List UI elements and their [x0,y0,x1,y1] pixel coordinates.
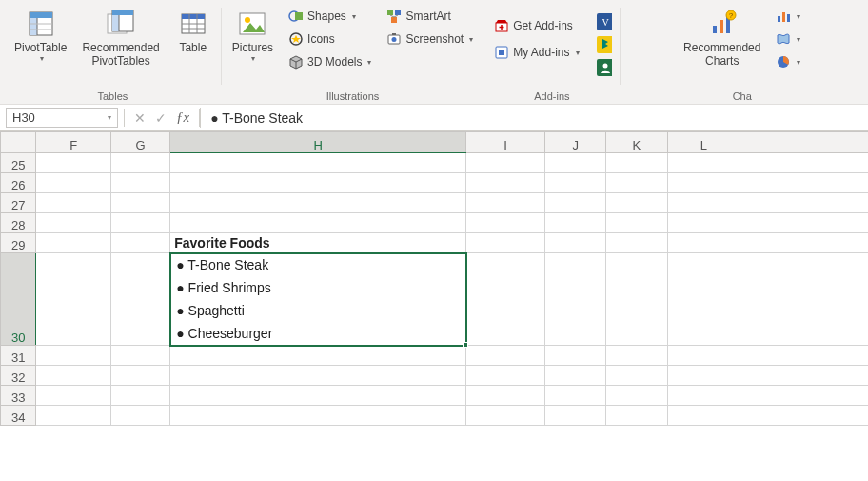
col-header[interactable] [740,132,868,153]
cell[interactable] [740,153,868,173]
table-button[interactable]: Table [170,6,216,57]
col-header[interactable]: K [606,132,667,153]
cell[interactable] [466,386,545,406]
enter-icon[interactable]: ✓ [155,110,167,126]
cell[interactable] [606,253,667,346]
col-header[interactable]: L [667,132,740,153]
cell[interactable] [740,233,868,253]
cell[interactable] [111,346,170,366]
formula-input[interactable]: ● T-Bone Steak [200,108,868,128]
cell[interactable] [466,366,545,386]
chart-type-column-button[interactable]: ▾ [771,6,805,27]
cell[interactable] [466,346,545,366]
cancel-icon[interactable]: ✕ [134,110,146,126]
cell[interactable] [466,193,545,213]
cell[interactable] [667,173,740,193]
get-addins-button[interactable]: Get Add-ins [489,15,583,36]
cell[interactable] [667,153,740,173]
cell[interactable] [466,213,545,233]
cell[interactable] [667,346,740,366]
addin-tile-1[interactable]: V [594,11,615,32]
row-header[interactable]: 32 [1,366,36,386]
cell[interactable] [36,153,111,173]
cell[interactable]: ● T-Bone Steak● Fried Shrimps● Spaghetti… [170,253,466,346]
cell[interactable] [545,406,606,426]
cell[interactable] [606,193,667,213]
cell[interactable] [667,386,740,406]
cell[interactable] [111,153,170,173]
cell[interactable] [667,366,740,386]
row-header[interactable]: 28 [1,213,36,233]
cell[interactable] [170,386,466,406]
cell[interactable] [466,173,545,193]
cell[interactable] [545,153,606,173]
cell[interactable] [111,386,170,406]
cell[interactable] [740,213,868,233]
row-header[interactable]: 34 [1,406,36,426]
cell[interactable] [170,173,466,193]
fx-icon[interactable]: ƒx [176,110,189,126]
cell[interactable] [36,253,111,346]
screenshot-button[interactable]: Screenshot ▾ [382,29,478,50]
cell[interactable] [466,153,545,173]
select-all-corner[interactable] [1,132,36,153]
cell[interactable] [466,406,545,426]
pivottable-button[interactable]: PivotTable ▾ [10,6,71,67]
cell[interactable] [740,346,868,366]
col-header[interactable]: I [466,132,545,153]
cell[interactable] [111,253,170,346]
cell[interactable] [36,366,111,386]
cell[interactable] [111,173,170,193]
cell[interactable] [740,366,868,386]
cell[interactable] [740,193,868,213]
cell[interactable] [740,173,868,193]
row-header[interactable]: 31 [1,346,36,366]
cell[interactable] [667,193,740,213]
cell[interactable] [667,406,740,426]
cell[interactable] [606,173,667,193]
cell[interactable] [545,193,606,213]
cell[interactable] [740,406,868,426]
my-addins-button[interactable]: My Add-ins ▾ [489,42,583,63]
cell[interactable] [545,253,606,346]
cell[interactable] [606,233,667,253]
row-header[interactable]: 30 [1,253,36,346]
cell[interactable] [36,173,111,193]
chart-type-map-button[interactable]: ▾ [771,29,805,50]
cell[interactable] [466,253,545,346]
row-header[interactable]: 27 [1,193,36,213]
row-header[interactable]: 26 [1,173,36,193]
cell[interactable] [545,213,606,233]
cell[interactable] [170,213,466,233]
cell[interactable] [466,233,545,253]
cell[interactable] [36,386,111,406]
spreadsheet-grid[interactable]: F G H I J K L 2526272829Favorite Foods30… [0,131,868,481]
smartart-button[interactable]: SmartArt [382,6,478,27]
cell[interactable] [606,153,667,173]
cell[interactable] [606,406,667,426]
shapes-button[interactable]: Shapes ▾ [284,6,376,27]
icons-button[interactable]: Icons [284,29,376,50]
cell[interactable] [606,213,667,233]
recommended-charts-button[interactable]: ? Recommended Charts [679,6,765,71]
addin-tile-2[interactable] [594,34,615,55]
cell[interactable] [545,233,606,253]
cell[interactable] [606,386,667,406]
cell[interactable] [667,233,740,253]
cell[interactable] [667,213,740,233]
cell[interactable] [170,406,466,426]
cell[interactable] [606,366,667,386]
col-header-active[interactable]: H [170,132,466,153]
cell[interactable] [36,406,111,426]
col-header[interactable]: F [36,132,111,153]
addin-tile-3[interactable] [594,57,615,78]
cell[interactable] [170,193,466,213]
cell[interactable] [36,213,111,233]
cell[interactable] [36,193,111,213]
cell[interactable] [170,153,466,173]
col-header[interactable]: J [545,132,606,153]
name-box[interactable]: H30 ▾ [6,108,118,128]
cell[interactable] [170,366,466,386]
cell[interactable] [545,346,606,366]
3d-models-button[interactable]: 3D Models ▾ [284,51,376,72]
